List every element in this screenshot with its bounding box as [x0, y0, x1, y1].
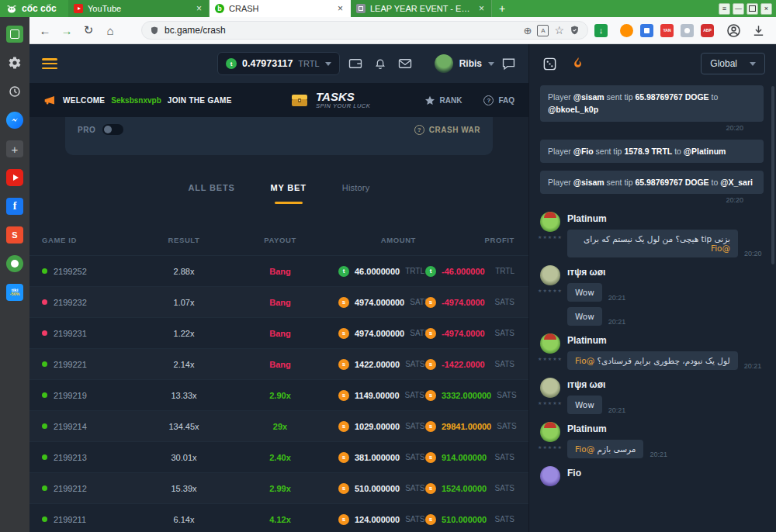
- coccoc-logo[interactable]: cốc cốc: [0, 0, 68, 17]
- profit-currency: SATS: [497, 422, 516, 430]
- menu-hamburger-icon[interactable]: [42, 58, 57, 69]
- profile-icon[interactable]: [726, 23, 741, 38]
- screenshot-tool-icon[interactable]: [6, 26, 23, 43]
- chat-toggle-icon[interactable]: [501, 57, 516, 71]
- tab-my-bet[interactable]: MY BET: [271, 178, 307, 204]
- back-icon[interactable]: ←: [36, 21, 54, 40]
- address-bar[interactable]: bc.game/crash ⊕ ☆: [141, 21, 588, 40]
- table-row[interactable]: 21992522.88xBang46.0000000TRTL-46.000000…: [29, 255, 528, 286]
- site-info-icon[interactable]: ⊕: [524, 25, 532, 36]
- avatar[interactable]: [540, 333, 560, 354]
- minimize-button[interactable]: —: [733, 3, 744, 15]
- avatar[interactable]: [540, 265, 560, 285]
- table-row[interactable]: 219921913.33x2.90x1149.00000SATS3332.000…: [29, 379, 528, 410]
- add-shortcut-icon[interactable]: +: [6, 140, 23, 157]
- extension-icon-orange[interactable]: [620, 24, 633, 37]
- tab-strip: YouTube×CRASH×LEAP YEAR EVENT - Event ..…: [68, 0, 492, 17]
- chat-username[interactable]: ıтψя ωøι: [567, 379, 764, 390]
- avatar[interactable]: [540, 212, 560, 232]
- avatar[interactable]: [540, 422, 560, 442]
- balance-selector[interactable]: 0.47973117 TRTL: [217, 52, 340, 75]
- extension-icon-muted[interactable]: [681, 24, 694, 37]
- game-id: 2199219: [54, 391, 87, 400]
- tip-from-user[interactable]: @sisam: [573, 92, 605, 102]
- rank-link[interactable]: RANK: [424, 95, 462, 105]
- trtl-coin-icon: [425, 266, 436, 277]
- table-row[interactable]: 21992212.14xBang1422.00000SATS-1422.0000…: [29, 348, 528, 379]
- pro-toggle[interactable]: [102, 124, 123, 135]
- tip-to-user[interactable]: @X_sari: [720, 178, 753, 187]
- tip-from-user[interactable]: @Fio: [573, 147, 594, 156]
- chat-scrollbar[interactable]: [771, 86, 774, 264]
- home-icon[interactable]: ⌂: [101, 21, 120, 40]
- tab-history[interactable]: History: [342, 178, 370, 204]
- avatar[interactable]: [540, 378, 560, 398]
- user-mention[interactable]: @Fio: [575, 444, 597, 454]
- bookmark-star-icon[interactable]: ☆: [554, 24, 564, 36]
- download-manager-icon[interactable]: ↓: [594, 24, 608, 37]
- avatar[interactable]: [540, 466, 560, 486]
- user-mention[interactable]: @Fio: [711, 244, 730, 253]
- settings-gear-icon[interactable]: [6, 54, 23, 71]
- facebook-shortcut-icon[interactable]: [6, 198, 23, 215]
- adblock-shield-icon[interactable]: [570, 25, 580, 36]
- messenger-icon[interactable]: [6, 112, 23, 129]
- flame-icon[interactable]: [568, 54, 587, 73]
- profit-cell: 914.000000SATS: [421, 452, 516, 463]
- table-row[interactable]: 219921330.01x2.40x381.000000SATS914.0000…: [29, 441, 528, 472]
- dice-icon[interactable]: [540, 54, 559, 73]
- game-status-dot: [42, 485, 47, 491]
- tiki-shortcut-icon[interactable]: tiki -50%: [6, 284, 23, 301]
- tab-close-icon[interactable]: ×: [195, 3, 203, 14]
- yandex-extension-icon[interactable]: YAN: [660, 24, 674, 37]
- extension-icon-blue[interactable]: [640, 24, 653, 37]
- tip-text: Player @sisam sent tip 65.98769767 DOGE …: [540, 171, 764, 194]
- sats-coin-icon: [338, 297, 349, 308]
- chat-username[interactable]: Platinum: [567, 423, 764, 434]
- user-menu[interactable]: Ribis: [435, 54, 494, 73]
- result-value: 15.39x: [135, 484, 233, 493]
- reload-icon[interactable]: ↻: [79, 21, 98, 40]
- browser-tab[interactable]: LEAP YEAR EVENT - Event ...×: [351, 0, 492, 17]
- mail-icon[interactable]: [396, 55, 414, 72]
- table-row[interactable]: 21992321.07xBang4974.000000SATS-4974.000…: [29, 286, 528, 317]
- adblock-plus-extension-icon[interactable]: ABP: [701, 24, 714, 37]
- faq-link[interactable]: ? FAQ: [483, 95, 514, 105]
- history-icon[interactable]: [6, 83, 23, 100]
- tab-title: YouTube: [88, 4, 190, 13]
- table-row[interactable]: 2199214134.45x29x1029.00000SATS29841.000…: [29, 410, 528, 441]
- new-tab-button[interactable]: +: [492, 0, 512, 17]
- downloads-icon[interactable]: [752, 24, 765, 37]
- translate-icon[interactable]: [537, 25, 549, 36]
- user-mention[interactable]: @Fio: [575, 356, 597, 365]
- chat-username[interactable]: ıтψя ωøι: [567, 267, 764, 278]
- wallet-icon[interactable]: [346, 55, 365, 72]
- browser-tab[interactable]: CRASH×: [210, 0, 351, 17]
- shopee-shortcut-icon[interactable]: [6, 226, 23, 244]
- tip-to-user[interactable]: @Platinum: [684, 147, 726, 156]
- tab-close-icon[interactable]: ×: [477, 3, 486, 14]
- profit-currency: SATS: [495, 360, 514, 368]
- crash-war-link[interactable]: ? CRASH WAR: [414, 123, 480, 136]
- chat-username[interactable]: Platinum: [567, 335, 764, 346]
- table-row[interactable]: 21992311.22xBang4974.000000SATS-4974.000…: [29, 317, 528, 348]
- restore-button[interactable]: [747, 3, 758, 15]
- browser-tab[interactable]: YouTube×: [68, 0, 210, 17]
- forward-icon[interactable]: →: [57, 21, 76, 40]
- tip-from-user[interactable]: @sisam: [573, 178, 605, 187]
- tab-close-icon[interactable]: ×: [336, 3, 345, 14]
- table-row[interactable]: 21992116.14x4.12x124.000000SATS510.00000…: [29, 503, 528, 532]
- notifications-bell-icon[interactable]: [371, 55, 390, 72]
- coccoc-shortcut-icon[interactable]: [6, 255, 23, 272]
- chat-channel-select[interactable]: Global: [701, 53, 765, 74]
- tasks-banner[interactable]: TASKS SPIN YOUR LUCK: [290, 91, 370, 110]
- panel-button[interactable]: ≡: [719, 3, 730, 15]
- chat-username[interactable]: Fio: [567, 468, 764, 478]
- tab-all-bets[interactable]: ALL BETS: [189, 178, 235, 204]
- close-button[interactable]: ×: [760, 3, 772, 15]
- chat-username[interactable]: Platinum: [567, 213, 764, 224]
- youtube-shortcut-icon[interactable]: [6, 169, 23, 186]
- amount-value: 1029.00000: [355, 422, 400, 431]
- table-row[interactable]: 219921215.39x2.99x510.000000SATS1524.000…: [29, 472, 528, 503]
- tip-to-user[interactable]: @bkoeL_k0p: [548, 105, 598, 114]
